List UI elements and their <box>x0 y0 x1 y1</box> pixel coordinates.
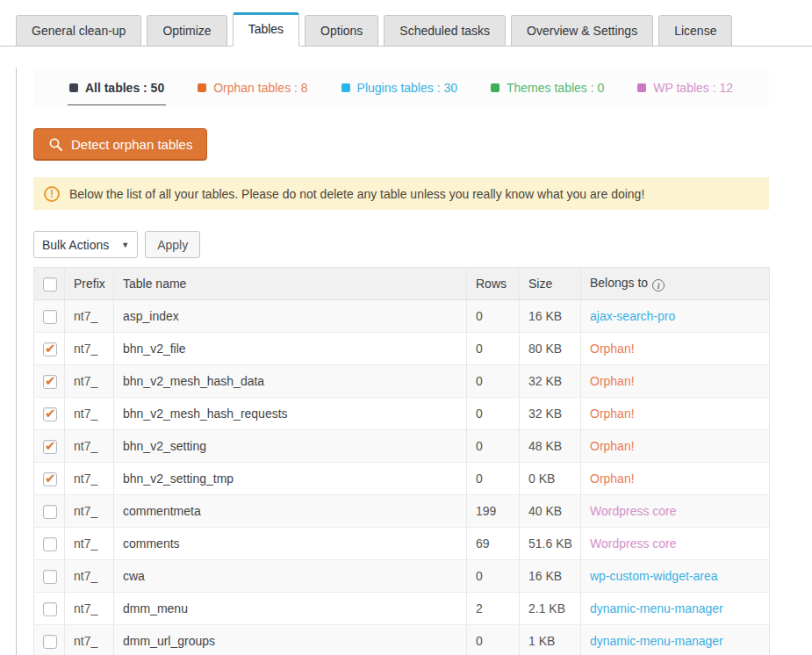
table-name-cell: bhn_v2_mesh_hash_requests <box>114 398 467 430</box>
row-checkbox[interactable] <box>43 472 57 486</box>
table-name-cell: cwa <box>114 560 467 593</box>
table-prefix-cell: nt7_ <box>65 430 114 463</box>
belongs-to-link[interactable]: Orphan! <box>590 342 635 356</box>
table-name-cell: commentmeta <box>114 495 467 528</box>
all-tables-swatch-icon <box>69 83 78 92</box>
filter-all-tables[interactable]: All tables : 50 <box>69 81 164 95</box>
tab-tables[interactable]: Tables <box>233 12 299 47</box>
table-prefix-cell: nt7_ <box>65 560 114 593</box>
table-size-cell: 40 KB <box>520 495 581 528</box>
belongs-to-label: Belongs to <box>590 276 648 290</box>
belongs-to-link[interactable]: Orphan! <box>590 439 635 453</box>
table-prefix-cell: nt7_ <box>65 300 114 333</box>
row-checkbox[interactable] <box>43 635 57 649</box>
table-prefix-cell: nt7_ <box>65 463 114 495</box>
row-checkbox[interactable] <box>43 407 57 421</box>
belongs-to-link[interactable]: Orphan! <box>590 407 635 421</box>
table-rows-cell: 0 <box>467 560 520 593</box>
belongs-to-link[interactable]: Wordpress core <box>590 504 677 518</box>
table-row: nt7_ bhn_v2_setting_tmp 0 0 KB Orphan! <box>34 463 770 495</box>
column-header-size[interactable]: Size <box>520 268 581 300</box>
warning-notice: ! Below the list of all your tables. Ple… <box>33 177 769 210</box>
bulk-actions-select[interactable]: Bulk Actions ▼ <box>33 231 138 258</box>
apply-button[interactable]: Apply <box>145 231 200 258</box>
table-name-cell: dmm_url_groups <box>114 625 467 655</box>
row-checkbox[interactable] <box>43 570 57 584</box>
table-rows-cell: 69 <box>467 528 520 560</box>
table-size-cell: 51.6 KB <box>520 528 581 560</box>
table-rows-cell: 0 <box>467 463 520 495</box>
table-row: nt7_ bhn_v2_file 0 80 KB Orphan! <box>34 333 770 365</box>
table-rows-cell: 0 <box>467 625 520 655</box>
bulk-actions-selected-value: Bulk Actions <box>42 238 109 252</box>
table-row: nt7_ comments 69 51.6 KB Wordpress core <box>34 528 770 560</box>
tables-list: Prefix Table name Rows Size Belongs toi … <box>33 267 770 655</box>
filter-orphan-tables[interactable]: Orphan tables : 8 <box>198 81 307 95</box>
table-rows-cell: 0 <box>467 398 520 430</box>
tab-license[interactable]: License <box>658 15 732 47</box>
table-name-cell: dmm_menu <box>114 593 467 625</box>
bulk-actions-bar: Bulk Actions ▼ Apply <box>33 231 812 258</box>
table-prefix-cell: nt7_ <box>65 333 114 365</box>
orphan-tables-swatch-icon <box>198 83 206 92</box>
tab-options[interactable]: Options <box>305 15 378 47</box>
table-row: nt7_ dmm_url_groups 0 1 KB dynamic-menu-… <box>34 625 770 655</box>
warning-icon: ! <box>44 186 60 202</box>
filter-label: WP tables : 12 <box>653 81 733 95</box>
tab-overview-settings[interactable]: Overview & Settings <box>511 15 653 47</box>
tab-scheduled-tasks[interactable]: Scheduled tasks <box>384 15 506 47</box>
table-body: nt7_ asp_index 0 16 KB ajax-search-pro n… <box>34 300 770 655</box>
filter-themes-tables[interactable]: Themes tables : 0 <box>491 81 604 95</box>
column-header-rows[interactable]: Rows <box>467 268 520 300</box>
table-size-cell: 16 KB <box>520 560 581 593</box>
table-rows-cell: 2 <box>467 593 520 625</box>
table-rows-cell: 0 <box>467 430 520 463</box>
belongs-to-link[interactable]: Wordpress core <box>590 536 677 551</box>
table-row: nt7_ commentmeta 199 40 KB Wordpress cor… <box>34 495 770 528</box>
filter-wp-tables[interactable]: WP tables : 12 <box>637 81 733 95</box>
table-row: nt7_ asp_index 0 16 KB ajax-search-pro <box>34 300 770 333</box>
tables-panel: All tables : 50 Orphan tables : 8 Plugin… <box>16 68 812 655</box>
info-icon[interactable]: i <box>652 279 665 292</box>
belongs-to-link[interactable]: wp-custom-widget-area <box>590 569 718 583</box>
detect-button-label: Detect orphan tables <box>71 137 192 152</box>
table-name-cell: bhn_v2_file <box>114 333 467 365</box>
filter-label: Themes tables : 0 <box>507 81 604 95</box>
table-rows-cell: 0 <box>467 300 520 333</box>
table-size-cell: 48 KB <box>520 430 581 463</box>
detect-orphan-tables-button[interactable]: Detect orphan tables <box>33 128 207 161</box>
table-name-cell: comments <box>114 528 467 560</box>
filter-plugins-tables[interactable]: Plugins tables : 30 <box>341 81 457 95</box>
row-checkbox[interactable] <box>43 602 57 616</box>
table-name-cell: asp_index <box>114 300 467 333</box>
table-row: nt7_ bhn_v2_mesh_hash_requests 0 32 KB O… <box>34 398 770 430</box>
belongs-to-link[interactable]: Orphan! <box>590 471 635 486</box>
table-prefix-cell: nt7_ <box>65 593 114 625</box>
column-header-table-name[interactable]: Table name <box>114 268 467 300</box>
column-header-prefix[interactable]: Prefix <box>65 268 114 300</box>
row-checkbox[interactable] <box>43 505 57 519</box>
belongs-to-link[interactable]: ajax-search-pro <box>590 309 675 323</box>
column-header-belongs-to[interactable]: Belongs toi <box>581 268 770 300</box>
belongs-to-link[interactable]: Orphan! <box>590 374 635 388</box>
row-checkbox[interactable] <box>43 310 57 324</box>
search-icon <box>48 137 63 152</box>
table-rows-cell: 0 <box>467 365 520 398</box>
filter-label: Plugins tables : 30 <box>357 81 457 95</box>
tab-general-clean-up[interactable]: General clean-up <box>16 15 141 47</box>
table-size-cell: 1 KB <box>520 625 581 655</box>
table-header-row: Prefix Table name Rows Size Belongs toi <box>34 268 770 300</box>
table-size-cell: 2.1 KB <box>520 593 581 625</box>
tab-optimize[interactable]: Optimize <box>147 15 226 47</box>
belongs-to-link[interactable]: dynamic-menu-manager <box>590 634 723 648</box>
row-checkbox[interactable] <box>43 342 57 356</box>
select-all-checkbox[interactable] <box>43 277 57 292</box>
row-checkbox[interactable] <box>43 440 57 454</box>
table-row: nt7_ bhn_v2_mesh_hash_data 0 32 KB Orpha… <box>34 365 770 398</box>
row-checkbox[interactable] <box>43 375 57 389</box>
table-prefix-cell: nt7_ <box>65 528 114 560</box>
row-checkbox[interactable] <box>43 537 57 551</box>
chevron-down-icon: ▼ <box>121 241 129 249</box>
filter-label: Orphan tables : 8 <box>213 81 307 95</box>
belongs-to-link[interactable]: dynamic-menu-manager <box>590 601 723 615</box>
